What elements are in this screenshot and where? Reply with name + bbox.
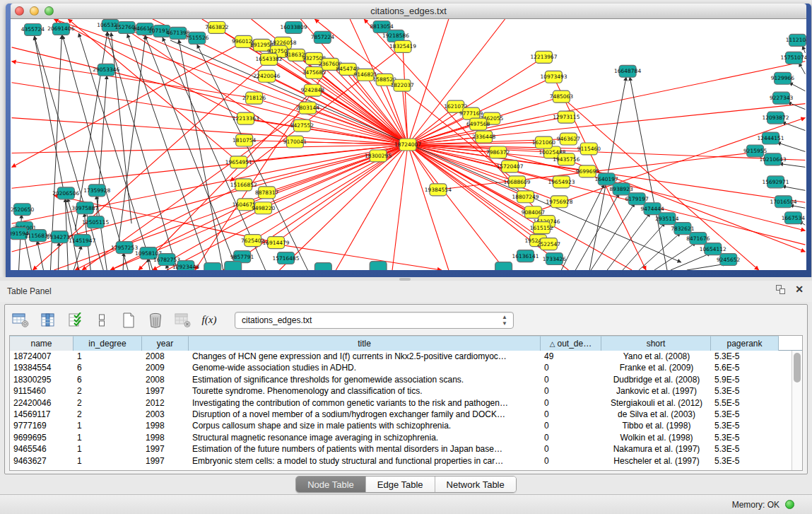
column-chooser-icon[interactable] xyxy=(40,311,57,329)
graph-node[interactable]: 1621060 xyxy=(532,136,556,148)
cell-short[interactable]: Wolkin et al. (1998) xyxy=(601,432,711,443)
cell-name[interactable]: 9115460 xyxy=(10,385,73,397)
cell-out_degree[interactable]: 0 xyxy=(541,362,601,373)
graph-node[interactable]: 7485063 xyxy=(550,90,574,103)
function-builder-icon[interactable]: f(x) xyxy=(201,311,218,329)
cell-name[interactable]: 9699695 xyxy=(10,432,73,443)
graph-node[interactable]: 2520650 xyxy=(11,204,34,216)
cell-name[interactable]: 9777169 xyxy=(10,420,73,431)
cell-name[interactable]: 19384554 xyxy=(10,362,73,373)
cell-name[interactable]: 9463627 xyxy=(10,455,73,467)
graph-node[interactable]: 9170041 xyxy=(283,136,307,148)
cell-pagerank[interactable]: 5.3E-5 xyxy=(711,420,779,431)
red-edge[interactable] xyxy=(408,145,505,271)
cell-out_degree[interactable]: 0 xyxy=(541,409,601,420)
graph-node[interactable]: 2522547 xyxy=(537,238,561,250)
cell-short[interactable]: de Silva et al. (2003) xyxy=(601,409,711,420)
cell-title[interactable]: Structural magnetic resonance image aver… xyxy=(189,432,541,443)
cell-in_degree[interactable]: 6 xyxy=(73,374,142,385)
cell-year[interactable]: 2008 xyxy=(142,374,189,385)
graph-node[interactable]: 3475685 xyxy=(302,66,326,78)
red-edge[interactable] xyxy=(403,47,408,145)
graph-node[interactable]: 9498220 xyxy=(252,202,276,214)
graph-node[interactable]: 7625402 xyxy=(241,235,264,247)
column-header-short[interactable]: short xyxy=(601,336,711,351)
graph-node[interactable]: 15692971 xyxy=(763,176,789,188)
float-panel-icon[interactable] xyxy=(776,285,785,294)
tab-node-table[interactable]: Node Table xyxy=(296,477,366,492)
column-header-pagerank[interactable]: pagerank xyxy=(711,336,779,351)
cell-short[interactable]: Jankovic et al. (1997) xyxy=(601,385,711,397)
cell-out_degree[interactable]: 0 xyxy=(541,385,601,397)
cell-short[interactable]: Yano et al. (2008) xyxy=(601,351,711,362)
cell-in_degree[interactable]: 2 xyxy=(73,397,142,409)
cell-pagerank[interactable]: 5.6E-5 xyxy=(711,362,779,373)
graph-node[interactable]: 4355724 xyxy=(21,23,45,35)
import-table-icon[interactable] xyxy=(174,311,191,329)
graph-node[interactable]: 1733426 xyxy=(543,253,567,265)
cell-title[interactable]: Disruption of a novel member of a sodium… xyxy=(189,409,541,420)
cell-year[interactable]: 2003 xyxy=(142,409,189,420)
red-edge[interactable] xyxy=(561,97,758,270)
graph-node[interactable]: 22420046 xyxy=(254,70,281,82)
column-header-title[interactable]: title xyxy=(189,336,541,351)
black-edge[interactable] xyxy=(127,34,209,270)
cell-in_degree[interactable]: 1 xyxy=(73,420,142,431)
graph-node[interactable] xyxy=(204,263,221,270)
black-edge[interactable] xyxy=(639,233,681,270)
graph-node[interactable]: 2718126 xyxy=(242,92,266,104)
graph-node[interactable]: 7515526 xyxy=(185,32,209,44)
graph-node[interactable]: 7463822 xyxy=(205,21,228,33)
cell-year[interactable]: 1997 xyxy=(142,443,189,455)
cell-pagerank[interactable]: 5.5E-5 xyxy=(711,397,779,409)
table-row[interactable]: 911546021997Tourette syndrome. Phenomeno… xyxy=(10,385,802,397)
cell-year[interactable]: 2009 xyxy=(142,362,189,373)
graph-node[interactable]: 19756928 xyxy=(546,196,572,208)
black-edge[interactable] xyxy=(111,33,131,223)
cell-year[interactable]: 1998 xyxy=(142,432,189,443)
cell-pagerank[interactable]: 5.9E-5 xyxy=(711,374,779,385)
table-row[interactable]: 2242004622012Investigating the contribut… xyxy=(10,397,802,409)
graph-node[interactable] xyxy=(314,263,331,270)
cell-in_degree[interactable]: 2 xyxy=(73,409,142,420)
graph-node[interactable]: 9227343 xyxy=(770,92,794,104)
graph-node[interactable]: 9242848 xyxy=(301,84,325,96)
cell-out_degree[interactable]: 0 xyxy=(541,432,601,443)
black-edge[interactable] xyxy=(591,203,635,270)
cell-pagerank[interactable]: 5.3E-5 xyxy=(711,432,779,443)
graph-node[interactable]: 15166852 xyxy=(230,179,257,191)
close-panel-icon[interactable]: ✕ xyxy=(795,285,804,294)
table-row[interactable]: 1830029562008Estimation of significance … xyxy=(10,374,802,385)
graph-node[interactable]: 8471676 xyxy=(686,233,710,245)
graph-node[interactable]: 12973115 xyxy=(553,111,579,123)
graph-node[interactable]: 8878317 xyxy=(255,187,279,199)
cell-in_degree[interactable]: 1 xyxy=(73,443,142,455)
red-edge[interactable] xyxy=(12,118,408,145)
red-edge[interactable] xyxy=(408,145,568,271)
cell-title[interactable]: Estimation of significance thresholds fo… xyxy=(189,374,541,385)
cell-out_degree[interactable]: 0 xyxy=(541,443,601,455)
red-edge[interactable] xyxy=(408,19,505,145)
cell-short[interactable]: Hescheler et al. (1997) xyxy=(601,455,711,467)
table-settings-icon[interactable] xyxy=(12,311,30,329)
graph-node[interactable]: 1810754 xyxy=(233,134,257,146)
column-header-out_degree[interactable]: △out_de… xyxy=(541,336,601,351)
cell-year[interactable]: 1998 xyxy=(142,420,189,431)
network-window[interactable]: citations_edges.txt 43557242069140610653… xyxy=(6,4,811,277)
graph-node[interactable]: 12444151 xyxy=(758,132,784,144)
cell-year[interactable]: 2012 xyxy=(142,397,189,409)
cell-in_degree[interactable]: 1 xyxy=(73,432,142,443)
graph-node[interactable]: 9115460 xyxy=(577,143,601,155)
table-row[interactable]: 1872400712008Changes of HCN gene express… xyxy=(10,351,802,362)
cell-pagerank[interactable]: 5.3E-5 xyxy=(711,409,779,420)
graph-node[interactable]: 19654951 xyxy=(225,156,252,168)
cell-name[interactable]: 14569117 xyxy=(10,409,73,420)
black-edge[interactable] xyxy=(777,143,806,152)
graph-node[interactable]: 16033809 xyxy=(280,21,307,33)
graph-node[interactable]: 16648784 xyxy=(614,65,641,77)
red-edge[interactable] xyxy=(68,19,238,162)
graph-node[interactable]: 19384554 xyxy=(425,184,452,196)
tab-edge-table[interactable]: Edge Table xyxy=(366,477,435,492)
graph-node[interactable]: 12213967 xyxy=(530,51,557,63)
cell-year[interactable]: 2008 xyxy=(142,351,189,362)
